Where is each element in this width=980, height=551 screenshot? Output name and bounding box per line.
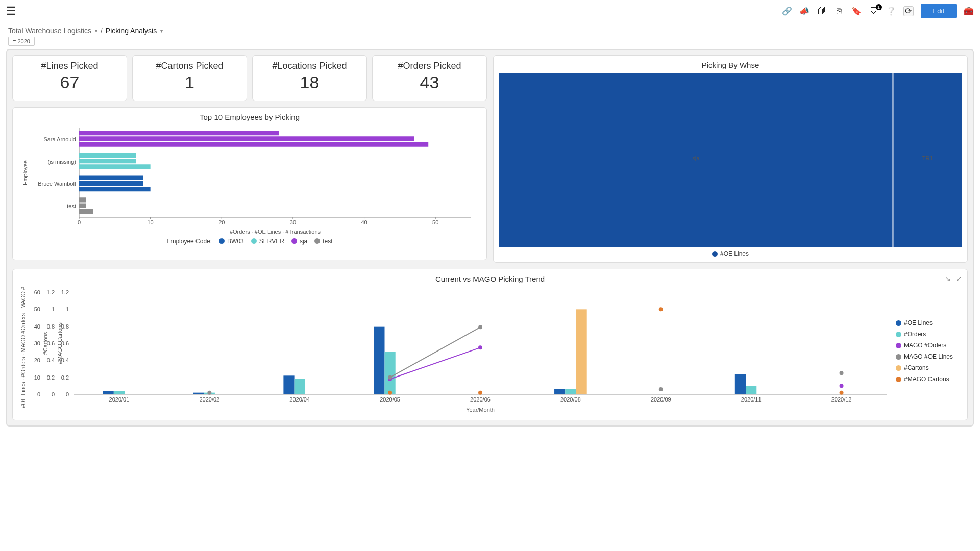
legend-title: Employee Code: bbox=[166, 238, 212, 245]
legend-sja[interactable]: sja bbox=[291, 238, 307, 245]
whse-chart-card[interactable]: Picking By Whse sjaTR1 #OE Lines bbox=[493, 55, 968, 263]
help-icon[interactable]: ❔ bbox=[886, 6, 896, 16]
expand-icon[interactable]: ⤢ bbox=[956, 274, 962, 283]
svg-text:20: 20 bbox=[34, 357, 40, 363]
drill-icon[interactable]: ↘ bbox=[945, 274, 951, 283]
kpi-value: 43 bbox=[378, 72, 481, 92]
svg-text:0.2: 0.2 bbox=[47, 374, 55, 381]
svg-text:0.8: 0.8 bbox=[47, 323, 55, 330]
legend-oelines[interactable]: #OE Lines bbox=[896, 319, 962, 327]
legend-bw03[interactable]: BW03 bbox=[219, 238, 244, 245]
svg-rect-80 bbox=[384, 352, 395, 394]
svg-text:Sara Arnould: Sara Arnould bbox=[43, 136, 76, 142]
svg-text:1.2: 1.2 bbox=[47, 289, 55, 295]
svg-rect-74 bbox=[374, 327, 384, 394]
kpi-lines-picked[interactable]: #Lines Picked 67 bbox=[12, 55, 127, 101]
trend-chart-card[interactable]: Current vs MAGO Picking Trend ↘ ⤢ 010203… bbox=[12, 269, 968, 420]
edit-button[interactable]: Edit bbox=[921, 4, 957, 18]
kpi-locations-picked[interactable]: #Locations Picked 18 bbox=[252, 55, 367, 101]
breadcrumb-root[interactable]: Total Warehouse Logistics bbox=[8, 27, 97, 35]
legend-test[interactable]: test bbox=[314, 238, 332, 245]
kpi-cartons-picked[interactable]: #Cartons Picked 1 bbox=[132, 55, 247, 101]
svg-text:60: 60 bbox=[34, 289, 40, 295]
svg-rect-23 bbox=[79, 164, 151, 169]
legend-cartons[interactable]: #Cartons bbox=[896, 364, 962, 371]
svg-rect-81 bbox=[565, 389, 576, 394]
svg-rect-79 bbox=[295, 379, 305, 394]
legend-mago-oelines[interactable]: MAGO #OE Lines bbox=[896, 353, 962, 360]
link-icon[interactable]: 🔗 bbox=[782, 6, 792, 16]
svg-text:2020/01: 2020/01 bbox=[109, 396, 130, 403]
refresh-button[interactable]: ⟳ bbox=[903, 6, 914, 16]
export-icon[interactable]: ⎘ bbox=[834, 6, 844, 16]
svg-text:0: 0 bbox=[37, 391, 40, 397]
employees-chart: 01020304050Employee#Orders · #OE Lines ·… bbox=[18, 126, 481, 238]
svg-point-96 bbox=[659, 307, 663, 311]
whse-chart: sjaTR1 bbox=[499, 73, 962, 247]
svg-text:#Orders · #OE Lines · #Transac: #Orders · #OE Lines · #Transactions bbox=[230, 229, 321, 235]
svg-text:40: 40 bbox=[361, 219, 367, 226]
svg-rect-83 bbox=[576, 309, 587, 394]
svg-text:1.2: 1.2 bbox=[61, 289, 69, 295]
svg-rect-82 bbox=[746, 386, 756, 394]
announce-icon[interactable]: 📣 bbox=[799, 6, 810, 16]
kpi-orders-picked[interactable]: #Orders Picked 43 bbox=[372, 55, 487, 101]
briefcase-icon[interactable]: 🧰 bbox=[964, 6, 974, 16]
toolbar: 🔗 📣 🗐 ⎘ 🔖 ⛉1 ❔ ⟳ Edit 🧰 bbox=[782, 4, 974, 18]
svg-text:40: 40 bbox=[34, 323, 40, 330]
svg-rect-17 bbox=[79, 131, 279, 135]
legend-mago-orders[interactable]: MAGO #Orders bbox=[896, 342, 962, 349]
svg-text:(is missing): (is missing) bbox=[47, 158, 76, 164]
kpi-label: #Orders Picked bbox=[378, 61, 481, 71]
employees-legend: Employee Code: BW03 SERVER sja test bbox=[18, 238, 481, 245]
svg-text:sja: sja bbox=[692, 155, 700, 161]
whse-legend: #OE Lines bbox=[499, 250, 962, 257]
kpi-label: #Lines Picked bbox=[18, 61, 121, 71]
svg-point-95 bbox=[478, 391, 482, 395]
svg-rect-26 bbox=[79, 181, 143, 185]
svg-text:#MAGO Cartons: #MAGO Cartons bbox=[57, 322, 63, 364]
svg-text:10: 10 bbox=[148, 219, 154, 226]
svg-rect-27 bbox=[79, 187, 151, 191]
legend-orders[interactable]: #Orders bbox=[896, 331, 962, 338]
svg-rect-73 bbox=[283, 375, 294, 394]
svg-rect-25 bbox=[79, 175, 143, 180]
svg-point-91 bbox=[478, 325, 482, 329]
kpi-label: #Cartons Picked bbox=[138, 61, 241, 71]
svg-text:0.4: 0.4 bbox=[47, 357, 55, 363]
svg-point-92 bbox=[659, 387, 663, 391]
svg-text:1: 1 bbox=[52, 306, 55, 312]
legend-server[interactable]: SERVER bbox=[251, 238, 284, 245]
svg-text:10: 10 bbox=[34, 374, 40, 381]
svg-rect-72 bbox=[193, 393, 204, 394]
svg-text:30: 30 bbox=[290, 219, 296, 226]
svg-text:2020/05: 2020/05 bbox=[380, 396, 400, 403]
svg-text:test: test bbox=[67, 203, 76, 209]
svg-text:2020/12: 2020/12 bbox=[831, 396, 852, 403]
legend-mago-cartons[interactable]: #MAGO Cartons bbox=[896, 375, 962, 383]
breadcrumb-page[interactable]: Picking Analysis bbox=[106, 27, 163, 35]
svg-text:30: 30 bbox=[34, 340, 40, 346]
chart-title: Current vs MAGO Picking Trend bbox=[254, 274, 726, 283]
breadcrumb-sep: / bbox=[101, 27, 103, 35]
svg-point-90 bbox=[388, 375, 392, 380]
filter-chip[interactable]: = 2020 bbox=[8, 37, 35, 46]
copy-icon[interactable]: 🗐 bbox=[817, 6, 827, 16]
svg-text:TR1: TR1 bbox=[922, 155, 933, 161]
filter-icon[interactable]: ⛉1 bbox=[869, 6, 879, 16]
filter-count-badge: 1 bbox=[876, 4, 882, 10]
trend-chart: 010203040506000.20.40.60.811.200.20.40.6… bbox=[18, 287, 892, 415]
legend-oelines[interactable]: #OE Lines bbox=[712, 250, 749, 257]
svg-text:50: 50 bbox=[432, 219, 438, 226]
breadcrumb: Total Warehouse Logistics / Picking Anal… bbox=[0, 22, 980, 37]
svg-rect-18 bbox=[79, 136, 414, 141]
kpi-value: 1 bbox=[138, 72, 241, 92]
svg-text:#OE Lines · #Orders · MAGO #Or: #OE Lines · #Orders · MAGO #Orders · MAG… bbox=[20, 287, 26, 408]
svg-point-87 bbox=[840, 384, 844, 388]
svg-text:2020/08: 2020/08 bbox=[560, 396, 581, 403]
bookmark-icon[interactable]: 🔖 bbox=[851, 6, 862, 16]
employees-chart-card[interactable]: Top 10 Employees by Picking 01020304050E… bbox=[12, 107, 487, 260]
svg-rect-30 bbox=[79, 203, 86, 208]
menu-icon[interactable]: ☰ bbox=[6, 5, 16, 18]
svg-text:2020/02: 2020/02 bbox=[199, 396, 219, 403]
